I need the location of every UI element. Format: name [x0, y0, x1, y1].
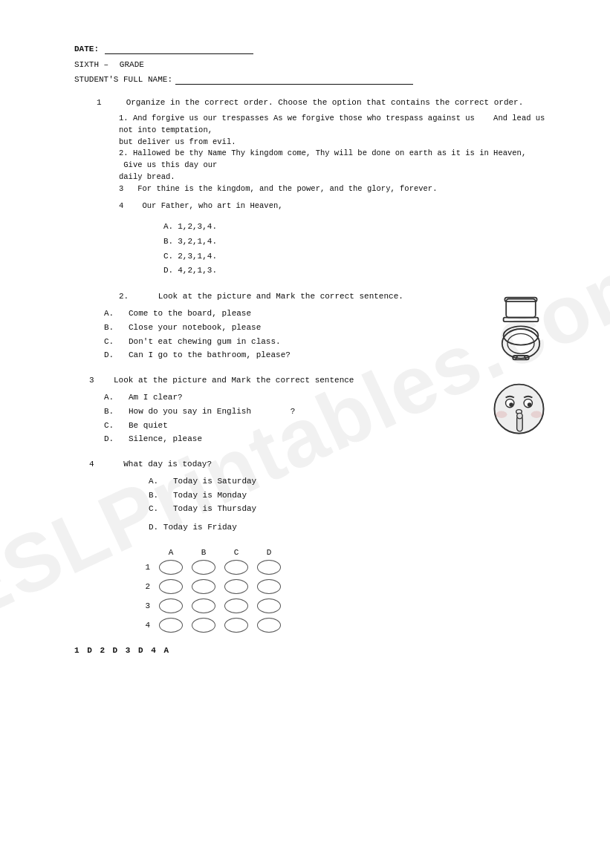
- grade-value: GRADE: [120, 60, 144, 69]
- col-a: A: [155, 548, 187, 557]
- bubble-4a: [159, 618, 183, 633]
- col-c: C: [220, 548, 253, 557]
- q3-instruction: 3 Look at the picture and Mark the corre…: [74, 376, 473, 385]
- q1-opt-c: C. 2,3,1,4.: [163, 249, 551, 264]
- answer-grid-section: A B C D 1 2: [74, 548, 551, 633]
- q4-options: A. Today is Saturday B. Today is Monday …: [149, 474, 551, 535]
- bubble-1b: [192, 560, 215, 575]
- svg-point-12: [509, 402, 513, 407]
- q1-passage: 1. And forgive us our trespasses As we f…: [119, 113, 551, 212]
- q2-opt-a: A. Come to the board, please: [104, 307, 476, 321]
- bubble-2c: [224, 579, 248, 594]
- answer-grid: A B C D 1 2: [134, 548, 551, 633]
- q2-content: 2. Look at the picture and Mark the corr…: [74, 292, 476, 362]
- q3-number: 3: [89, 376, 94, 385]
- q2-options: A. Come to the board, please B. Close yo…: [104, 307, 476, 362]
- question-2: 2. Look at the picture and Mark the corr…: [74, 292, 551, 362]
- bubble-4b: [192, 618, 215, 633]
- svg-rect-1: [504, 298, 536, 301]
- q1-number: 1: [97, 98, 102, 107]
- student-label: STUDENT'S FULL NAME:: [74, 75, 172, 84]
- q1-opt-b: B. 3,2,1,4.: [163, 235, 551, 249]
- bubble-3b: [192, 598, 215, 613]
- row-4-num: 4: [134, 621, 155, 630]
- bubble-1d: [257, 560, 281, 575]
- q4-number: 4: [89, 460, 94, 469]
- svg-point-13: [528, 402, 532, 407]
- q4-instruction: 4 What day is today?: [74, 460, 551, 469]
- question-1: 1 Organize in the correct order. Choose …: [74, 98, 551, 278]
- row-2-num: 2: [134, 582, 155, 591]
- q3-text: Look at the picture and Mark the correct…: [114, 376, 354, 385]
- toilet-image: [491, 296, 551, 362]
- col-b: B: [187, 548, 220, 557]
- grade-row: SIXTH – GRADE: [74, 60, 551, 69]
- q2-opt-c: C. Don't eat chewing gum in class.: [104, 335, 476, 349]
- col-d: D: [253, 548, 285, 557]
- bubble-2b: [192, 579, 215, 594]
- q1-opt-d: D. 4,2,1,3.: [163, 264, 551, 278]
- q1-text: Organize in the correct order. Choose th…: [126, 98, 524, 107]
- q4-opt-c: C. Today is Thursday: [149, 502, 551, 516]
- bubble-1c: [224, 560, 248, 575]
- svg-point-17: [496, 411, 507, 418]
- svg-rect-2: [504, 318, 539, 322]
- passage-line-1: 1. And forgive us our trespasses As we f…: [119, 113, 551, 137]
- grid-header: A B C D: [155, 548, 551, 557]
- grid-row-2: 2: [134, 579, 551, 594]
- grid-row-3: 3: [134, 598, 551, 613]
- date-field: [105, 45, 253, 54]
- passage-line-4: daily bread.: [119, 172, 551, 183]
- student-name-row: STUDENT'S FULL NAME:: [74, 75, 551, 85]
- bubble-3d: [257, 598, 281, 613]
- grade-label: SIXTH –: [74, 60, 108, 69]
- q1-instruction: 1 Organize in the correct order. Choose …: [74, 98, 551, 107]
- q2-opt-d: D. Can I go to the bathroom, please?: [104, 348, 476, 362]
- bubble-2a: [159, 579, 183, 594]
- q3-content: 3 Look at the picture and Mark the corre…: [74, 376, 473, 446]
- q3-opt-b: B. How do you say in English ?: [104, 405, 473, 419]
- q2-instruction: 2. Look at the picture and Mark the corr…: [74, 292, 476, 301]
- q4-opt-b: B. Today is Monday: [149, 489, 551, 503]
- svg-point-16: [517, 414, 523, 420]
- row-1-num: 1: [134, 563, 155, 572]
- passage-line-3: 2. Hallowed be thy Name Thy kingdom come…: [119, 148, 551, 172]
- svg-point-18: [531, 411, 542, 418]
- bubble-2d: [257, 579, 281, 594]
- q4-opt-d: D. Today is Friday: [149, 521, 551, 535]
- q2-opt-b: B. Close your notebook, please: [104, 321, 476, 335]
- grid-row-4: 4: [134, 618, 551, 633]
- question-3: 3 Look at the picture and Mark the corre…: [74, 376, 551, 446]
- passage-line-2: but deliver us from evil.: [119, 137, 551, 149]
- passage-line-6: 4 Our Father, who art in Heaven,: [119, 200, 551, 212]
- q2-number: 2.: [119, 292, 129, 301]
- q3-opt-c: C. Be quiet: [104, 419, 473, 433]
- question-4: 4 What day is today? A. Today is Saturda…: [74, 460, 551, 535]
- passage-line-5: 3 For thine is the kingdom, and the powe…: [119, 183, 551, 195]
- q1-opt-a: A. 1,2,3,4.: [163, 220, 551, 235]
- answer-key: 1 D 2 D 3 D 4 A: [74, 646, 551, 655]
- q2-text: Look at the picture and Mark the correct…: [158, 292, 403, 301]
- q3-opt-d: D. Silence, please: [104, 432, 473, 446]
- row-3-num: 3: [134, 601, 155, 610]
- smiley-image: [487, 379, 551, 443]
- grid-row-1: 1: [134, 560, 551, 575]
- bubble-1a: [159, 560, 183, 575]
- q1-options: A. 1,2,3,4. B. 3,2,1,4. C. 2,3,1,4. D. 4…: [163, 220, 551, 278]
- q4-opt-a: A. Today is Saturday: [149, 474, 551, 489]
- q4-text: What day is today?: [123, 460, 212, 469]
- date-label: DATE:: [74, 45, 99, 53]
- student-name-field: [175, 75, 413, 85]
- bubble-3a: [159, 598, 183, 613]
- date-row: DATE:: [74, 45, 551, 54]
- bubble-3c: [224, 598, 248, 613]
- bubble-4d: [257, 618, 281, 633]
- q3-opt-a: A. Am I clear?: [104, 391, 473, 405]
- q3-options: A. Am I clear? B. How do you say in Engl…: [104, 391, 473, 446]
- bubble-4c: [224, 618, 248, 633]
